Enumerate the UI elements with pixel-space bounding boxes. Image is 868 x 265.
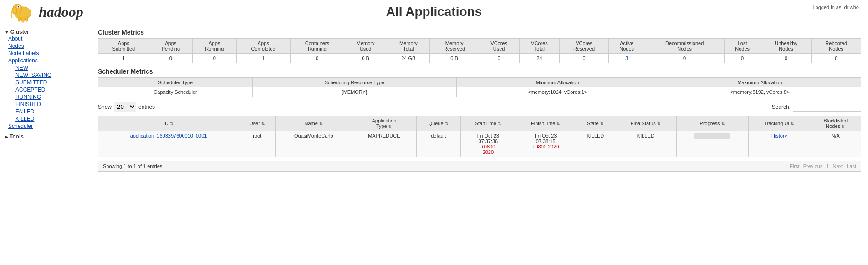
col-start-time[interactable]: StartTime ⇅ [460, 116, 516, 131]
hadoop-logo [9, 0, 36, 23]
val-vcores-used: 0 [479, 54, 519, 63]
col-memory-total: MemoryTotal [387, 39, 430, 54]
val-memory-total: 24 GB [387, 54, 430, 63]
table-footer: Showing 1 to 1 of 1 entries First Previo… [98, 161, 861, 172]
applications-table: ID ⇅ User ⇅ Name ⇅ ApplicationType ⇅ Que… [98, 116, 861, 157]
sched-col-max-alloc: Maximum Allocation [659, 78, 861, 87]
search-area: Search: [772, 102, 861, 112]
table-row: application_1603397600010_0001 root Quas… [98, 131, 861, 157]
tools-header[interactable]: Tools [5, 133, 86, 140]
col-blacklisted[interactable]: BlacklistedNodes ⇅ [810, 116, 861, 131]
val-active-nodes[interactable]: 3 [608, 54, 645, 63]
val-memory-used: 0 B [344, 54, 387, 63]
col-app-type[interactable]: ApplicationType ⇅ [352, 116, 417, 131]
col-containers-running: ContainersRunning [290, 39, 344, 54]
cell-app-type: MAPREDUCE [352, 131, 417, 157]
cluster-header[interactable]: Cluster [5, 29, 86, 35]
cluster-section: Cluster About Nodes Node Labels Applicat… [5, 29, 86, 130]
col-rebooted-nodes: RebootedNodes [812, 39, 861, 54]
sidebar-item-node-labels[interactable]: Node Labels [5, 50, 86, 57]
sidebar-item-about[interactable]: About [5, 35, 86, 42]
col-id[interactable]: ID ⇅ [98, 116, 239, 131]
final-sort-icon: ⇅ [657, 122, 661, 126]
val-containers-running: 0 [290, 54, 344, 63]
cell-queue: default [416, 131, 460, 157]
sidebar-item-new[interactable]: NEW [12, 64, 86, 71]
next-link[interactable]: Next [833, 163, 843, 169]
col-lost-nodes: LostNodes [724, 39, 761, 54]
sched-val-type: Capacity Scheduler [98, 87, 253, 97]
finish-sort-icon: ⇅ [557, 122, 560, 126]
user-sort-icon: ⇅ [261, 122, 265, 126]
col-vcores-reserved: VCoresReserved [560, 39, 608, 54]
show-label: Show [98, 104, 112, 110]
sidebar-item-applications[interactable]: Applications [5, 57, 86, 64]
cell-start-time: Fri Oct 2307:37:36+08002020 [460, 131, 516, 157]
col-progress[interactable]: Progress ⇅ [676, 116, 748, 131]
app-sub-items: NEW NEW_SAVING SUBMITTED ACCEPTED RUNNIN… [5, 64, 86, 122]
table-controls: Show 20 50 100 entries Search: [98, 102, 861, 112]
search-label: Search: [772, 104, 791, 110]
svg-rect-6 [22, 18, 24, 22]
sidebar-item-accepted[interactable]: ACCEPTED [12, 86, 86, 93]
first-link[interactable]: First [790, 163, 799, 169]
state-sort-icon: ⇅ [600, 122, 604, 126]
sidebar: Cluster About Nodes Node Labels Applicat… [0, 24, 91, 176]
blacklist-sort-icon: ⇅ [842, 124, 845, 129]
sched-val-min-alloc: <memory:1024, vCores:1> [456, 87, 659, 97]
sidebar-item-submitted[interactable]: SUBMITTED [12, 79, 86, 86]
scheduler-metrics-table: Scheduler Type Scheduling Resource Type … [98, 77, 861, 97]
val-rebooted-nodes: 0 [812, 54, 861, 63]
val-apps-running: 0 [193, 54, 236, 63]
cell-id[interactable]: application_1603397600010_0001 [98, 131, 239, 157]
search-input[interactable] [793, 102, 861, 112]
page-number: 1 [826, 163, 829, 169]
val-decommissioned-nodes: 0 [645, 54, 724, 63]
sidebar-item-killed[interactable]: KILLED [12, 115, 86, 122]
col-decommissioned-nodes: DecommissionedNodes [645, 39, 724, 54]
sched-col-type: Scheduler Type [98, 78, 253, 87]
val-unhealthy-nodes: 0 [761, 54, 812, 63]
col-name[interactable]: Name ⇅ [276, 116, 352, 131]
col-memory-used: MemoryUsed [344, 39, 387, 54]
val-vcores-total: 24 [519, 54, 560, 63]
col-state[interactable]: State ⇅ [576, 116, 615, 131]
svg-rect-7 [26, 17, 28, 21]
col-unhealthy-nodes: UnhealthyNodes [761, 39, 812, 54]
logo-text: hadoop [39, 4, 83, 20]
queue-sort-icon: ⇅ [445, 122, 449, 126]
cluster-metrics-title: Cluster Metrics [98, 29, 861, 36]
sidebar-item-nodes[interactable]: Nodes [5, 42, 86, 50]
entries-select[interactable]: 20 50 100 [114, 102, 136, 112]
col-user[interactable]: User ⇅ [239, 116, 276, 131]
col-apps-submitted: AppsSubmitted [98, 39, 149, 54]
sched-col-resource-type: Scheduling Resource Type [253, 78, 456, 87]
scheduler-metrics-title: Scheduler Metrics [98, 68, 861, 75]
sidebar-item-scheduler[interactable]: Scheduler [5, 122, 86, 130]
col-final-status[interactable]: FinalStatus ⇅ [615, 116, 676, 131]
col-queue[interactable]: Queue ⇅ [416, 116, 460, 131]
last-link[interactable]: Last [847, 163, 856, 169]
sidebar-item-new-saving[interactable]: NEW_SAVING [12, 71, 86, 79]
footer-text: Showing 1 to 1 of 1 entries [103, 163, 162, 169]
start-sort-icon: ⇅ [498, 122, 501, 126]
col-vcores-total: VCoresTotal [519, 39, 560, 54]
cell-blacklisted: N/A [810, 131, 861, 157]
previous-link[interactable]: Previous [803, 163, 823, 169]
sidebar-item-failed[interactable]: FAILED [12, 108, 86, 115]
col-vcores-used: VCoresUsed [479, 39, 519, 54]
page-title: All Applications [386, 5, 482, 19]
sidebar-item-finished[interactable]: FINISHED [12, 101, 86, 108]
col-tracking-ui[interactable]: Tracking UI ⇅ [748, 116, 810, 131]
col-active-nodes: ActiveNodes [608, 39, 645, 54]
svg-rect-5 [18, 17, 20, 21]
cell-state: KILLED [576, 131, 615, 157]
login-info: Logged in as: dr.who [812, 5, 859, 10]
val-apps-submitted: 1 [98, 54, 149, 63]
tools-section: Tools [5, 133, 86, 140]
col-finish-time[interactable]: FinishTime ⇅ [516, 116, 576, 131]
logo-area: hadoop [9, 0, 83, 23]
cell-tracking-ui[interactable]: History [748, 131, 810, 157]
val-memory-reserved: 0 B [430, 54, 479, 63]
sidebar-item-running[interactable]: RUNNING [12, 93, 86, 101]
